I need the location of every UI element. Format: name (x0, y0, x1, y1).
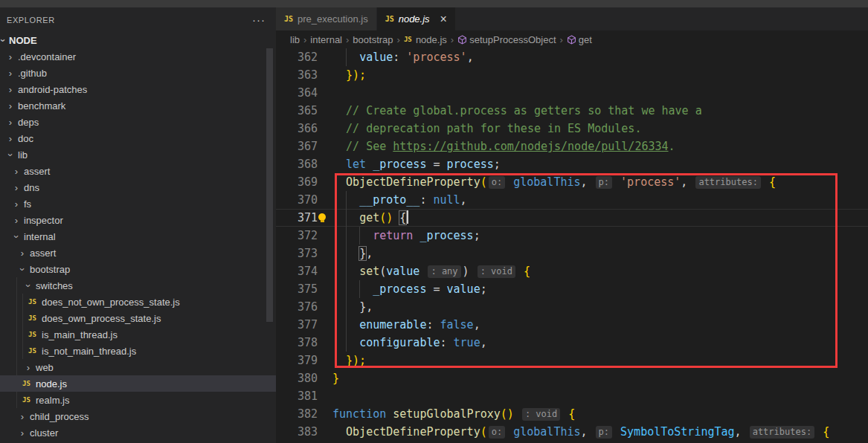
tab-pre_execution.js[interactable]: JSpre_execution.js (276, 7, 377, 30)
code-line-373[interactable]: 373 }, (276, 245, 868, 262)
code-text: set(value : any) : void { (332, 262, 530, 280)
line-number: 364 (276, 84, 318, 102)
breadcrumb-label: internal (310, 34, 342, 45)
inlay-hint: p: (596, 426, 612, 439)
tree-item-does_own_process_state.js[interactable]: JSdoes_own_process_state.js (0, 310, 276, 326)
code-line-365[interactable]: 365 // Create global.process as getters … (276, 102, 868, 120)
code-editor[interactable]: 362 value: 'process',363 });364365 // Cr… (276, 48, 868, 443)
line-number: 367 (276, 138, 318, 155)
code-line-382[interactable]: 382function setupGlobalProxy() : void { (276, 405, 868, 423)
breadcrumb-item-lib[interactable]: lib (290, 34, 300, 45)
chevron-right-icon: › (10, 215, 22, 226)
tree-item-fs[interactable]: ›fs (0, 195, 276, 212)
lightbulb-icon[interactable] (318, 213, 326, 221)
inlay-hint: p: (596, 176, 612, 189)
line-number: 369 (276, 173, 318, 191)
tree-item-.github[interactable]: ›.github (0, 65, 276, 81)
breadcrumb-separator: › (346, 34, 349, 45)
chevron-down-icon: › (17, 263, 28, 275)
breadcrumb-item-node.js[interactable]: JSnode.js (404, 34, 447, 45)
breadcrumb-separator: › (560, 34, 563, 45)
line-number: 382 (276, 405, 318, 423)
tree-item-label: bootstrap (28, 264, 70, 275)
tree-item-realm.js[interactable]: JSrealm.js (0, 392, 276, 408)
line-number: 379 (276, 352, 318, 369)
chevron-right-icon: › (4, 84, 16, 95)
code-line-376[interactable]: 376 }, (276, 298, 868, 316)
tree-item-label: assert (28, 248, 56, 259)
code-line-368[interactable]: 368 let _process = process; (276, 155, 868, 173)
tab-node.js[interactable]: JSnode.js× (377, 7, 456, 30)
code-text: // See https://github.com/nodejs/node/pu… (332, 138, 675, 155)
tree-item-.devcontainer[interactable]: ›.devcontainer (0, 48, 276, 65)
tree-item-child_process[interactable]: ›child_process (0, 408, 276, 424)
code-line-367[interactable]: 367 // See https://github.com/nodejs/nod… (276, 138, 868, 155)
js-file-icon: JS (28, 314, 40, 322)
tree-item-lib[interactable]: ›lib (0, 146, 276, 163)
editor-area: JSpre_execution.jsJSnode.js× lib›interna… (276, 7, 868, 443)
breadcrumb-item-setupProcessObject[interactable]: setupProcessObject (457, 34, 556, 45)
tree-item-internal[interactable]: ›internal (0, 228, 276, 245)
breadcrumb-item-get[interactable]: get (567, 34, 592, 45)
code-line-372[interactable]: 372 return _process; (276, 227, 868, 245)
tree-item-is_not_main_thread.js[interactable]: JSis_not_main_thread.js (0, 343, 276, 359)
sidebar-scrollbar[interactable] (266, 48, 273, 322)
code-line-383[interactable]: 383 ObjectDefineProperty(o: globalThis, … (276, 423, 868, 441)
code-line-379[interactable]: 379 }); (276, 352, 868, 369)
code-line-366[interactable]: 366 // deprecation path for these in ES … (276, 120, 868, 138)
line-number: 383 (276, 423, 318, 441)
code-line-364[interactable]: 364 (276, 84, 868, 102)
tree-item-doc[interactable]: ›doc (0, 130, 276, 146)
code-line-380[interactable]: 380} (276, 369, 868, 387)
js-file-icon: JS (22, 380, 34, 387)
code-line-369[interactable]: 369 ObjectDefineProperty(o: globalThis, … (276, 173, 868, 191)
tree-item-label: dns (22, 182, 39, 193)
breadcrumb-item-bootstrap[interactable]: bootstrap (353, 34, 393, 45)
code-line-363[interactable]: 363 }); (276, 66, 868, 84)
code-line-377[interactable]: 377 enumerable: false, (276, 316, 868, 334)
code-line-370[interactable]: 370 __proto__: null, (276, 191, 868, 209)
js-file-icon: JS (404, 36, 416, 43)
code-line-378[interactable]: 378 configurable: true, (276, 334, 868, 352)
tree-item-inspector[interactable]: ›inspector (0, 212, 276, 228)
tab-label: pre_execution.js (298, 13, 368, 25)
tree-item-web[interactable]: ›web (0, 359, 276, 375)
tree-item-label: .devcontainer (16, 51, 76, 62)
code-text: let _process = process; (332, 155, 501, 173)
code-line-375[interactable]: 375 _process = value; (276, 280, 868, 298)
code-text: _process = value; (332, 280, 487, 298)
line-number: 365 (276, 102, 318, 120)
tree-item-bootstrap[interactable]: ›bootstrap (0, 261, 276, 277)
code-text: ObjectDefineProperty(o: globalThis, p: S… (332, 423, 829, 441)
line-number: 380 (276, 369, 318, 387)
tree-item-switches[interactable]: ›switches (0, 277, 276, 294)
tree-item-deps[interactable]: ›deps (0, 114, 276, 130)
tree-item-label: does_not_own_process_state.js (40, 297, 180, 308)
tree-item-node.js[interactable]: JSnode.js (0, 375, 276, 392)
tree-item-assert[interactable]: ›assert (0, 163, 276, 179)
chevron-right-icon: › (4, 100, 16, 111)
code-text: function setupGlobalProxy() : void { (332, 405, 575, 423)
tree-item-cluster[interactable]: ›cluster (0, 424, 276, 441)
tree-item-assert[interactable]: ›assert (0, 245, 276, 261)
code-line-381[interactable]: 381 (276, 387, 868, 405)
tree-item-benchmark[interactable]: ›benchmark (0, 97, 276, 114)
code-text: value: 'process', (332, 48, 474, 66)
tree-item-android-patches[interactable]: ›android-patches (0, 81, 276, 97)
js-file-icon: JS (28, 331, 40, 338)
tree-item-dns[interactable]: ›dns (0, 179, 276, 195)
tree-item-label: lib (16, 149, 28, 161)
close-icon[interactable]: × (440, 14, 447, 25)
file-tree: ›.devcontainer›.github›android-patches›b… (0, 48, 276, 441)
inlay-hint: o: (489, 176, 505, 189)
code-line-374[interactable]: 374 set(value : any) : void { (276, 262, 868, 280)
line-number: 371 (276, 209, 318, 227)
code-line-371[interactable]: 371 get() { (276, 209, 868, 227)
tree-item-is_main_thread.js[interactable]: JSis_main_thread.js (0, 326, 276, 343)
code-line-362[interactable]: 362 value: 'process', (276, 48, 868, 66)
tab-bar: JSpre_execution.jsJSnode.js× (276, 7, 868, 30)
breadcrumb-item-internal[interactable]: internal (310, 34, 342, 45)
tree-item-does_not_own_process_state.js[interactable]: JSdoes_not_own_process_state.js (0, 294, 276, 310)
chevron-right-icon: › (4, 51, 16, 62)
code-text: configurable: true, (332, 334, 487, 352)
